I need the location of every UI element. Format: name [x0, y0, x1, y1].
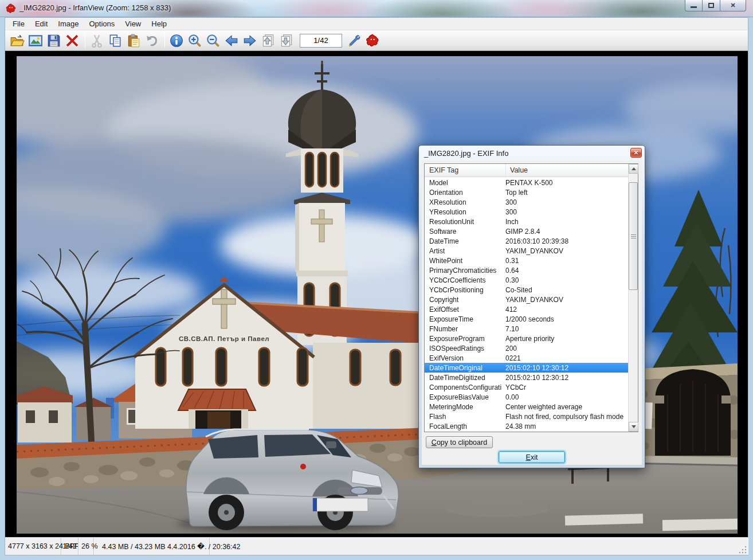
- chevron-down-icon: [632, 425, 636, 428]
- maximize-button[interactable]: [703, 0, 720, 11]
- exif-tag-cell: DateTimeDigitized: [425, 374, 501, 382]
- exif-value-cell: 24.38 mm: [501, 422, 629, 430]
- irfanview-logo-icon: [365, 33, 380, 48]
- exif-tag-cell: ExposureTime: [425, 315, 501, 323]
- next-image-button[interactable]: [241, 32, 258, 49]
- exif-tag-cell: ExifOffset: [425, 306, 501, 314]
- exif-scrollbar[interactable]: [628, 164, 638, 432]
- exif-dialog-body: EXIF Tag Value ModelPENTAX K-500Orientat…: [422, 160, 642, 465]
- window-controls: ✕: [685, 0, 746, 11]
- settings-tools-button[interactable]: [346, 32, 363, 49]
- previous-image-button[interactable]: [223, 32, 240, 49]
- page-number-field[interactable]: [300, 34, 342, 48]
- column-header-exif-tag[interactable]: EXIF Tag: [425, 164, 506, 177]
- exif-row[interactable]: DateTimeDigitized2015:02:10 12:30:12: [425, 373, 629, 382]
- exif-row[interactable]: PrimaryChromaticities0.64: [425, 265, 629, 275]
- slideshow-button[interactable]: [27, 32, 44, 49]
- copy-to-clipboard-button[interactable]: Copy to clipboard: [426, 436, 493, 448]
- close-button[interactable]: ✕: [720, 0, 746, 11]
- first-image-icon: [261, 33, 276, 48]
- exif-row[interactable]: FNumber7.10: [425, 324, 629, 334]
- scrollbar-thumb[interactable]: [629, 182, 638, 290]
- exit-button[interactable]: Exit: [499, 451, 565, 463]
- exif-value-cell: 0.64: [501, 267, 629, 275]
- exif-dialog-close-button[interactable]: ✕: [630, 148, 642, 158]
- exif-tag-cell: FNumber: [425, 325, 501, 333]
- open-folder-button[interactable]: [9, 32, 26, 49]
- exif-row[interactable]: YResolution300: [425, 207, 629, 217]
- paste-button[interactable]: [125, 32, 142, 49]
- last-image-button[interactable]: [278, 32, 295, 49]
- irfanview-logo-button[interactable]: [364, 32, 381, 49]
- exif-value-cell: Flash not fired, compulsory flash mode: [501, 413, 629, 421]
- delete-button[interactable]: [64, 32, 81, 49]
- exif-row[interactable]: FocalLength24.38 mm: [425, 421, 629, 431]
- paste-icon: [126, 33, 141, 48]
- exif-row[interactable]: YCbCrCoefficients0.30: [425, 275, 629, 285]
- exif-tag-cell: Artist: [425, 247, 501, 255]
- exif-tag-cell: Copyright: [425, 296, 501, 304]
- column-header-value[interactable]: Value: [506, 164, 638, 177]
- zoom-in-button[interactable]: [186, 32, 203, 49]
- cut-button[interactable]: [88, 32, 105, 49]
- exif-tag-cell: YCbCrCoefficients: [425, 276, 501, 284]
- exif-row[interactable]: OrientationTop left: [425, 187, 629, 197]
- zoom-out-icon: [206, 33, 221, 48]
- minimize-icon: [691, 6, 697, 8]
- exif-row[interactable]: SoftwareGIMP 2.8.4: [425, 226, 629, 236]
- exif-listview: EXIF Tag Value ModelPENTAX K-500Orientat…: [424, 163, 638, 432]
- exif-tag-cell: YResolution: [425, 208, 501, 216]
- exif-value-cell: 7.10: [501, 325, 629, 333]
- exif-row[interactable]: DateTimeOriginal2015:02:10 12:30:12: [425, 363, 629, 373]
- scroll-up-button[interactable]: [629, 164, 638, 174]
- exif-row[interactable]: ModelPENTAX K-500: [425, 178, 629, 187]
- exif-row[interactable]: FlashFlash not fired, compulsory flash m…: [425, 412, 629, 421]
- menu-file[interactable]: File: [7, 18, 30, 29]
- exif-value-cell: Co-Sited: [501, 286, 629, 294]
- window-titlebar[interactable]: _IMG2820.jpg - IrfanView (Zoom: 1258 x 8…: [0, 0, 753, 17]
- exif-row[interactable]: MeteringModeCenter weighted average: [425, 402, 629, 412]
- exif-row[interactable]: ExposureProgramAperture priority: [425, 334, 629, 343]
- exif-row[interactable]: YCbCrPositioningCo-Sited: [425, 285, 629, 295]
- exif-value-cell: PENTAX K-500: [501, 179, 629, 187]
- delete-icon: [65, 33, 80, 48]
- exif-row[interactable]: ExposureBiasValue0.00: [425, 392, 629, 402]
- menu-view[interactable]: View: [120, 18, 146, 29]
- exif-row[interactable]: WhitePoint0.31: [425, 256, 629, 265]
- undo-button[interactable]: [143, 32, 160, 49]
- porch-canopy: [178, 389, 256, 410]
- menu-edit[interactable]: Edit: [30, 18, 53, 29]
- scroll-down-button[interactable]: [629, 422, 638, 432]
- first-image-button[interactable]: [260, 32, 277, 49]
- exif-row[interactable]: CopyrightYAKIM_DYANKOV: [425, 295, 629, 304]
- menu-image[interactable]: Image: [53, 18, 84, 29]
- exif-row[interactable]: ExifOffset412: [425, 304, 629, 314]
- exif-tag-cell: ISOSpeedRatings: [425, 344, 501, 353]
- exif-tag-cell: MeteringMode: [425, 403, 501, 411]
- exif-tag-cell: ExposureProgram: [425, 335, 501, 343]
- save-button[interactable]: [45, 32, 62, 49]
- menu-options[interactable]: Options: [84, 18, 120, 29]
- menu-bar: FileEditImageOptionsViewHelp: [5, 18, 748, 30]
- exif-row[interactable]: ArtistYAKIM_DYANKOV: [425, 246, 629, 256]
- exif-row[interactable]: ExposureTime1/2000 seconds: [425, 314, 629, 324]
- exif-dialog-titlebar[interactable]: _IMG2820.jpg - EXIF Info ✕: [419, 146, 645, 160]
- minimize-button[interactable]: [685, 0, 703, 11]
- menu-help[interactable]: Help: [146, 18, 172, 29]
- toolbar-separator: [164, 34, 165, 48]
- exif-row[interactable]: ISOSpeedRatings200: [425, 343, 629, 353]
- exif-row[interactable]: ResolutionUnitInch: [425, 217, 629, 226]
- thumb-grip-icon: [631, 236, 636, 237]
- exif-row[interactable]: DateTime2016:03:10 20:39:38: [425, 236, 629, 246]
- copy-button[interactable]: [107, 32, 124, 49]
- exif-value-cell: Inch: [501, 218, 629, 226]
- exif-row[interactable]: XResolution300: [425, 197, 629, 207]
- exif-row[interactable]: ExifVersion0221: [425, 353, 629, 363]
- resize-grip[interactable]: [739, 546, 747, 554]
- exif-value-cell: YAKIM_DYANKOV: [501, 296, 629, 304]
- exif-value-cell: GIMP 2.8.4: [501, 228, 629, 236]
- exif-row[interactable]: ComponentsConfigurationYCbCr: [425, 382, 629, 392]
- zoom-out-button[interactable]: [205, 32, 222, 49]
- info-button[interactable]: [168, 32, 185, 49]
- exif-value-cell: 1/2000 seconds: [501, 315, 629, 323]
